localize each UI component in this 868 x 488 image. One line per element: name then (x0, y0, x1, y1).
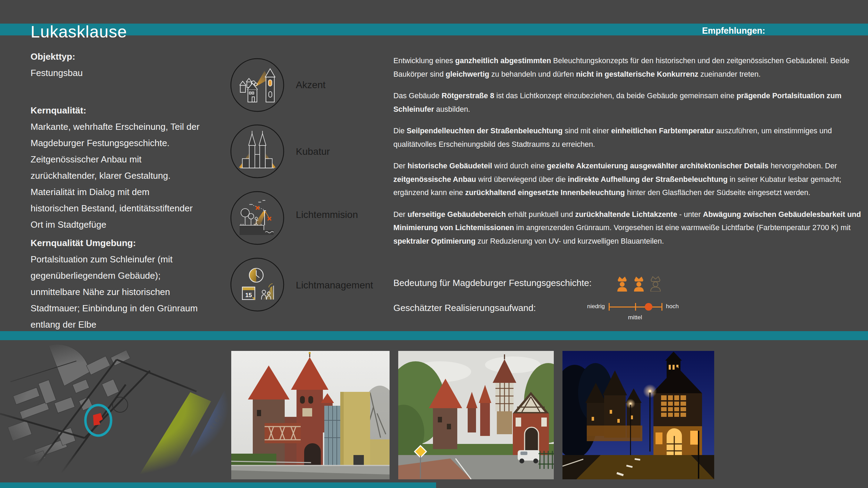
bottom-teal-bar (0, 482, 436, 488)
section-line: Zeitgenössischer Anbau mit (31, 151, 200, 168)
slide-lukasklause: Lukasklause Empfehlungen: Objekttyp: Fes… (0, 0, 868, 488)
section-objekttyp: Objekttyp: Festungsbau (31, 49, 200, 81)
section-line: Magdeburger Festungsgeschichte. (31, 135, 200, 151)
site-map: ELBE (0, 340, 250, 488)
separator-teal-bar (0, 331, 868, 340)
kubatur-pictogram (230, 124, 285, 179)
lichtmanagement-pictogram: 15 (230, 257, 285, 312)
effort-slider-tick-mid (635, 303, 636, 311)
light-management-icon: 15 (230, 257, 285, 312)
section-line: Ort im Stadtgefüge (31, 217, 200, 233)
recommendations-column: Entwicklung eines ganzheitlich abgestimm… (393, 54, 865, 256)
section-kernqualitaet-umgebung: Kernqualität Umgebung: Portalsituation z… (31, 235, 200, 333)
recommendation-paragraph: Der uferseitige Gebäudebereich erhält pu… (393, 208, 865, 248)
photo-lukasklause-day-annex (231, 351, 390, 479)
effort-slider-tick-high (661, 303, 662, 311)
section-line: historischen Bestand, identitätsstiftend… (31, 200, 200, 217)
section-line: Festungsbau (31, 65, 200, 81)
section-heading: Kernqualität: (31, 102, 200, 119)
page-title: Lukasklause (31, 22, 127, 41)
crowned-figure-icon (615, 275, 629, 292)
effort-slider-handle[interactable] (645, 303, 652, 311)
recommendation-paragraph: Die Seilpendelleuchten der Straßenbeleuc… (393, 124, 865, 151)
section-heading: Objekttyp: (31, 49, 200, 65)
section-line: zurückhaltender, klarer Gestaltung. (31, 168, 200, 184)
calendar-day-label: 15 (245, 292, 252, 298)
section-heading: Kernqualität Umgebung: (31, 235, 200, 251)
crowned-figure-icon (649, 275, 662, 292)
recommendation-paragraph: Das Gebäude Rötgerstraße 8 ist das Licht… (393, 89, 865, 116)
effort-label: Geschätzter Realisierungsaufwand: (393, 303, 536, 313)
section-line: Materialität im Dialog mit dem (31, 184, 200, 200)
slider-label-mittel: mittel (621, 314, 649, 321)
section-line: Markante, wehrhafte Erscheinung, Teil de… (31, 119, 200, 135)
crowned-figure-icon (632, 275, 646, 292)
section-line: unmittelbare Nähe zur historischen (31, 284, 200, 300)
akzent-pictogram (230, 58, 285, 112)
recommendation-paragraph: Entwicklung eines ganzheitlich abgestimm… (393, 54, 865, 81)
significance-label: Bedeutung für Magdeburger Festungsgeschi… (393, 278, 592, 288)
effort-slider-tick-low (609, 303, 610, 311)
site-map-drawing: ELBE (0, 340, 250, 488)
cubature-facade-wash-icon (230, 124, 285, 179)
lichtemmision-pictogram (230, 191, 285, 245)
section-line: entlang der Elbe (31, 317, 200, 333)
recommendations-heading: Empfehlungen: (702, 26, 765, 36)
photo-lukasklause-night (562, 351, 714, 479)
photo-lukasklause-day-street (398, 351, 554, 479)
section-line: Portalsituation zum Schleinufer (mit (31, 251, 200, 268)
accent-light-beam-icon (230, 58, 285, 112)
section-kernqualitaet: Kernqualität: Markante, wehrhafte Ersche… (31, 102, 200, 233)
light-emission-control-icon (230, 191, 285, 245)
slider-label-hoch: hoch (666, 303, 679, 310)
object-info-column: Objekttyp: Festungsbau Kernqualität: Mar… (31, 49, 200, 333)
section-line: gegenüberliegendem Gebäude); (31, 268, 200, 284)
slider-label-niedrig: niedrig (579, 303, 605, 310)
recommendation-paragraph: Der historische Gebäudeteil wird durch e… (393, 159, 865, 200)
section-line: Stadtmauer; Einbindung in den Grünraum (31, 300, 200, 317)
